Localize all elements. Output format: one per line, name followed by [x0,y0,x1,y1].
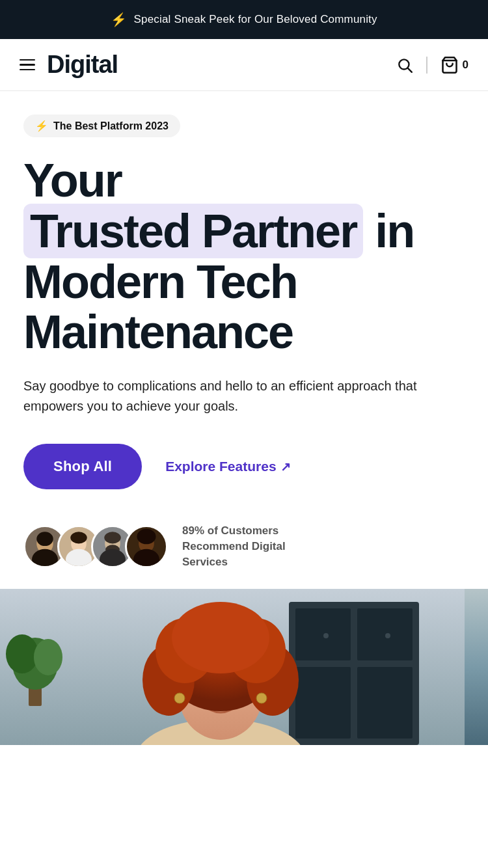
svg-line-1 [408,68,412,72]
hero-subtitle: Say goodbye to complications and hello t… [23,376,440,416]
header-right: 0 [396,56,468,74]
svg-point-31 [34,639,62,675]
badge-bolt-icon: ⚡ [35,120,48,132]
main-content: ⚡ The Best Platform 2023 Your Trusted Pa… [0,91,488,589]
avatar-group [23,525,168,568]
social-proof: 89% of Customers Recommend Digital Servi… [23,523,465,569]
logo[interactable]: Digital [47,51,118,79]
announcement-text: Special Sneak Peek for Our Beloved Commu… [134,13,377,26]
hero-title: Your Trusted Partner in Modern Tech Main… [23,156,465,358]
cta-row: Shop All Explore Features ↗ [23,444,465,489]
svg-point-9 [70,532,87,543]
badge-text: The Best Platform 2023 [53,120,169,132]
svg-rect-24 [295,667,351,739]
svg-point-5 [36,532,53,546]
svg-point-42 [172,602,269,673]
explore-features-button[interactable]: Explore Features ↗ [165,459,290,474]
bolt-icon: ⚡ [111,12,127,27]
svg-point-26 [323,633,329,638]
hero-title-line2: in [363,205,414,257]
search-button[interactable] [396,57,413,74]
svg-point-44 [256,693,267,703]
header: Digital 0 [0,39,488,91]
hero-illustration [0,589,465,745]
cart-icon [441,56,459,74]
hero-title-line4: Maintenance [23,306,293,358]
svg-point-27 [385,633,390,638]
svg-rect-22 [295,608,351,660]
svg-point-13 [104,532,120,543]
hero-title-highlight: Trusted Partner [23,204,363,258]
announcement-bar: ⚡ Special Sneak Peek for Our Beloved Com… [0,0,488,39]
hero-title-line3: Modern Tech [23,256,297,308]
hero-image-section [0,589,488,745]
cart-count: 0 [463,59,468,72]
svg-point-43 [174,693,185,703]
cart-button[interactable]: 0 [441,56,468,74]
svg-rect-25 [357,667,413,739]
search-icon [396,57,413,74]
arrow-icon: ↗ [280,459,291,474]
hamburger-menu-icon[interactable] [20,59,35,71]
social-proof-text: 89% of Customers Recommend Digital Servi… [182,523,325,569]
explore-features-label: Explore Features [165,459,276,474]
hero-title-line1: Your [23,154,122,206]
avatar [125,525,168,568]
svg-point-30 [6,634,38,673]
shop-all-button[interactable]: Shop All [23,444,142,489]
platform-badge: ⚡ The Best Platform 2023 [23,115,180,137]
header-divider [426,57,427,74]
header-left: Digital [20,51,118,79]
svg-rect-23 [357,608,413,660]
svg-point-18 [137,528,156,544]
avatar-image-4 [127,527,166,566]
